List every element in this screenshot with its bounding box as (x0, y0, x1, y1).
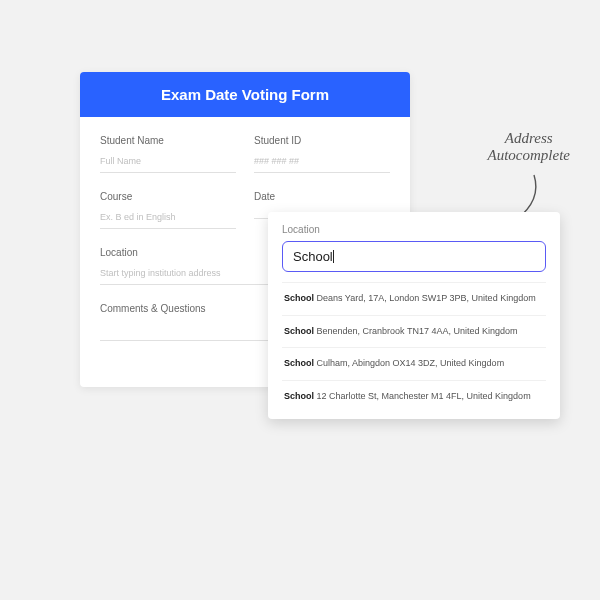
autocomplete-label: Location (282, 224, 546, 235)
autocomplete-suggestion[interactable]: School Benenden, Cranbrook TN17 4AA, Uni… (282, 315, 546, 348)
suggestion-match: School (284, 358, 314, 368)
text-cursor-icon (333, 250, 334, 263)
course-field[interactable]: Course Ex. B ed in English (100, 191, 236, 229)
suggestion-match: School (284, 293, 314, 303)
autocomplete-suggestion[interactable]: School Deans Yard, 17A, London SW1P 3PB,… (282, 282, 546, 315)
autocomplete-popup: Location School School Deans Yard, 17A, … (268, 212, 560, 419)
student-id-input[interactable]: ### ### ## (254, 152, 390, 173)
date-label: Date (254, 191, 390, 202)
student-name-input[interactable]: Full Name (100, 152, 236, 173)
suggestion-rest: Benenden, Cranbrook TN17 4AA, United Kin… (314, 326, 517, 336)
student-name-label: Student Name (100, 135, 236, 146)
course-label: Course (100, 191, 236, 202)
autocomplete-suggestion[interactable]: School 12 Charlotte St, Manchester M1 4F… (282, 380, 546, 413)
annotation-label: Address Autocomplete (488, 130, 570, 163)
annotation-line1: Address (488, 130, 570, 147)
student-name-field[interactable]: Student Name Full Name (100, 135, 236, 173)
suggestion-rest: 12 Charlotte St, Manchester M1 4FL, Unit… (314, 391, 531, 401)
course-input[interactable]: Ex. B ed in English (100, 208, 236, 229)
form-title: Exam Date Voting Form (80, 72, 410, 117)
suggestion-rest: Culham, Abingdon OX14 3DZ, United Kingdo… (314, 358, 504, 368)
suggestion-match: School (284, 391, 314, 401)
suggestion-match: School (284, 326, 314, 336)
student-id-field[interactable]: Student ID ### ### ## (254, 135, 390, 173)
suggestion-rest: Deans Yard, 17A, London SW1P 3PB, United… (314, 293, 536, 303)
student-id-label: Student ID (254, 135, 390, 146)
annotation-line2: Autocomplete (488, 147, 570, 164)
autocomplete-query-text: School (293, 249, 333, 264)
autocomplete-search-input[interactable]: School (282, 241, 546, 272)
autocomplete-suggestion[interactable]: School Culham, Abingdon OX14 3DZ, United… (282, 347, 546, 380)
